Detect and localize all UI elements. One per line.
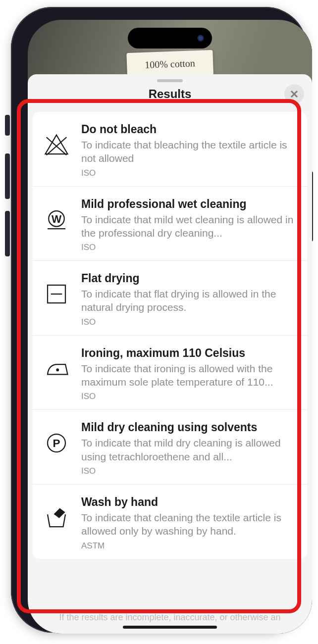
result-title: Flat drying bbox=[81, 272, 296, 285]
sheet-title: Results bbox=[28, 87, 312, 101]
result-standard: ISO bbox=[81, 317, 296, 327]
result-item[interactable]: Do not bleach To indicate that bleaching… bbox=[33, 112, 307, 187]
result-title: Wash by hand bbox=[81, 495, 296, 509]
result-item[interactable]: P Mild dry cleaning using solvents To in… bbox=[33, 410, 307, 485]
iron-110-icon bbox=[42, 347, 71, 382]
dry-clean-p-icon: P bbox=[42, 421, 71, 456]
result-description: To indicate that mild dry cleaning is al… bbox=[81, 436, 296, 463]
volume-mute-switch bbox=[5, 115, 10, 136]
results-sheet: Results Do not bleach To indicate that b… bbox=[28, 74, 312, 634]
result-item[interactable]: Flat drying To indicate that flat drying… bbox=[33, 261, 307, 336]
results-list: Do not bleach To indicate that bleaching… bbox=[33, 112, 307, 559]
close-icon bbox=[290, 90, 298, 98]
result-title: Do not bleach bbox=[81, 123, 296, 136]
results-footer-note: If the results are incomplete, inaccurat… bbox=[28, 612, 312, 623]
sheet-grabber[interactable] bbox=[157, 79, 183, 82]
svg-marker-0 bbox=[46, 135, 68, 154]
hand-wash-icon bbox=[42, 495, 71, 531]
result-title: Ironing, maximum 110 Celsius bbox=[81, 347, 296, 360]
close-button[interactable] bbox=[284, 84, 304, 104]
home-indicator[interactable] bbox=[123, 626, 217, 629]
flat-drying-icon bbox=[42, 272, 71, 307]
result-standard: ASTM bbox=[81, 541, 296, 551]
result-description: To indicate that flat drying is allowed … bbox=[81, 287, 296, 314]
svg-text:W: W bbox=[52, 213, 62, 225]
volume-down-button bbox=[5, 211, 10, 256]
svg-point-8 bbox=[56, 369, 58, 371]
svg-text:P: P bbox=[53, 437, 60, 449]
dynamic-island bbox=[128, 28, 212, 49]
wet-cleaning-mild-icon: W bbox=[42, 198, 71, 233]
result-title: Mild dry cleaning using solvents bbox=[81, 421, 296, 434]
volume-up-button bbox=[5, 153, 10, 199]
result-item[interactable]: Ironing, maximum 110 Celsius To indicate… bbox=[33, 336, 307, 410]
do-not-bleach-icon bbox=[42, 123, 71, 158]
phone-frame: 100% cotton Results Do not bleach To i bbox=[11, 7, 307, 633]
result-title: Mild professional wet cleaning bbox=[81, 198, 296, 211]
result-item[interactable]: W Mild professional wet cleaning To indi… bbox=[33, 187, 307, 261]
result-description: To indicate that ironing is allowed with… bbox=[81, 362, 296, 389]
result-item[interactable]: Wash by hand To indicate that cleaning t… bbox=[33, 485, 307, 559]
result-standard: ISO bbox=[81, 466, 296, 476]
result-standard: ISO bbox=[81, 168, 296, 178]
result-standard: ISO bbox=[81, 392, 296, 401]
result-description: To indicate that bleaching the textile a… bbox=[81, 138, 296, 165]
screen: 100% cotton Results Do not bleach To i bbox=[28, 20, 312, 634]
result-description: To indicate that cleaning the textile ar… bbox=[81, 511, 296, 538]
result-description: To indicate that mild wet cleaning is al… bbox=[81, 213, 296, 240]
result-standard: ISO bbox=[81, 243, 296, 252]
